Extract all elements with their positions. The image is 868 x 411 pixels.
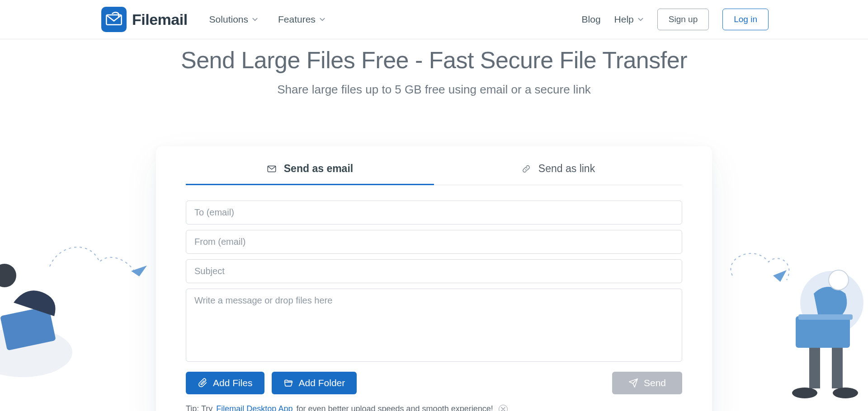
brand-logo[interactable]: Filemail: [101, 7, 188, 32]
tab-send-as-link[interactable]: Send as link: [434, 163, 682, 185]
page-subtitle: Share large files up to 5 GB free using …: [0, 83, 868, 97]
to-email-input[interactable]: [186, 201, 682, 224]
desktop-app-tip: Tip: Try Filemail Desktop App for even b…: [186, 404, 682, 411]
paperclip-icon: [198, 378, 208, 388]
nav-help-label: Help: [614, 14, 634, 25]
tab-send-as-email[interactable]: Send as email: [186, 163, 434, 185]
send-label: Send: [644, 378, 666, 388]
navbar: Filemail Solutions Features Blog Help: [0, 0, 868, 39]
link-icon: [521, 164, 531, 174]
send-mode-tabs: Send as email Send as link: [186, 163, 682, 185]
folder-open-icon: [283, 378, 293, 388]
paper-plane-icon: [628, 378, 638, 388]
nav-left: Filemail Solutions Features: [0, 7, 326, 32]
brand-name: Filemail: [132, 11, 188, 28]
page-title: Send Large Files Free - Fast Secure File…: [0, 47, 868, 74]
action-row: Add Files Add Folder Sen: [186, 372, 682, 394]
add-folder-button[interactable]: Add Folder: [272, 372, 357, 394]
tab-send-as-email-label: Send as email: [284, 163, 353, 175]
desktop-app-link[interactable]: Filemail Desktop App: [216, 404, 292, 411]
tip-prefix: Tip: Try: [186, 404, 212, 411]
chevron-down-icon: [252, 16, 258, 23]
nav-solutions[interactable]: Solutions: [209, 14, 258, 25]
transfer-card-wrap: Send as email Send as link: [0, 146, 868, 411]
from-email-input[interactable]: [186, 230, 682, 254]
tip-suffix: for even better upload speeds and smooth…: [296, 404, 493, 411]
login-button[interactable]: Log in: [722, 9, 769, 30]
add-folder-label: Add Folder: [299, 378, 345, 388]
nav-solutions-label: Solutions: [209, 14, 248, 25]
nav-primary-links: Solutions Features: [209, 14, 326, 25]
signup-button[interactable]: Sign up: [657, 9, 709, 30]
chevron-down-icon: [319, 16, 326, 23]
add-files-button[interactable]: Add Files: [186, 372, 264, 394]
message-textarea[interactable]: [186, 289, 682, 362]
subject-input[interactable]: [186, 259, 682, 283]
send-button[interactable]: Send: [612, 372, 682, 394]
chevron-down-icon: [637, 16, 644, 23]
nav-features[interactable]: Features: [278, 14, 326, 25]
close-tip-button[interactable]: [499, 405, 508, 411]
close-icon: [501, 407, 505, 411]
envelope-icon: [267, 164, 277, 174]
nav-blog[interactable]: Blog: [582, 14, 601, 25]
hero-section: Send Large Files Free - Fast Secure File…: [0, 39, 868, 97]
add-files-label: Add Files: [213, 378, 253, 388]
nav-help[interactable]: Help: [614, 14, 644, 25]
tab-send-as-link-label: Send as link: [538, 163, 595, 175]
nav-right: Blog Help Sign up Log in: [582, 9, 850, 30]
nav-features-label: Features: [278, 14, 316, 25]
logo-mark-icon: [101, 7, 127, 32]
transfer-card: Send as email Send as link: [156, 146, 712, 411]
